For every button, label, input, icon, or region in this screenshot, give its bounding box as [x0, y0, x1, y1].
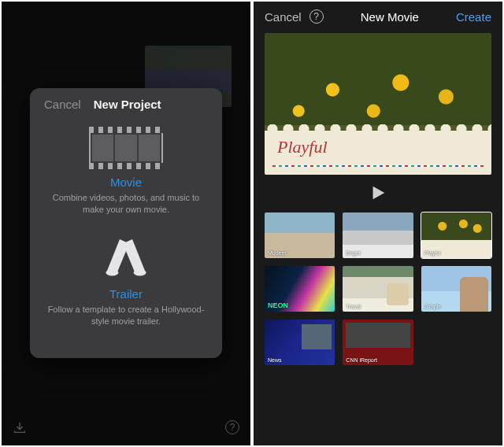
movie-option[interactable]: Movie Combine videos, photos, and music …	[44, 122, 208, 231]
theme-playful[interactable]: Playful	[421, 212, 491, 258]
movie-label: Movie	[44, 169, 208, 192]
theme-news[interactable]: News	[265, 320, 335, 365]
theme-caption: Modern	[268, 250, 287, 256]
theme-grid: ModernBrightPlayfulNEONTravelSimpleNewsC…	[254, 212, 502, 365]
modal-header: Cancel New Project	[44, 88, 208, 122]
cancel-button[interactable]: Cancel	[44, 98, 81, 111]
help-icon[interactable]: ?	[309, 9, 324, 24]
theme-travel[interactable]: Travel	[343, 266, 413, 312]
svg-marker-4	[373, 187, 385, 200]
theme-caption: Playful	[424, 250, 441, 256]
new-project-modal: Cancel New Project Movie Combine videos,…	[30, 88, 222, 358]
play-button[interactable]	[254, 184, 502, 201]
theme-caption: Travel	[346, 304, 361, 309]
trailer-option[interactable]: Trailer Follow a template to create a Ho…	[44, 231, 208, 342]
theme-caption: Bright	[346, 250, 360, 256]
preview-theme-name: Playful	[277, 137, 328, 157]
theme-caption: CNN iReport	[346, 357, 377, 363]
theme-caption: News	[268, 357, 282, 363]
cancel-button[interactable]: Cancel	[265, 10, 302, 24]
theme-cnn-ireport[interactable]: CNN iReport	[343, 320, 413, 365]
movie-desc: Combine videos, photos, and music to mak…	[44, 192, 208, 216]
filmstrip-icon	[89, 127, 163, 169]
new-movie-header: Cancel ? New Movie Create	[254, 2, 502, 31]
theme-caption: NEON	[268, 301, 288, 309]
svg-point-2	[106, 269, 118, 275]
preview-title-band: Playful	[265, 131, 491, 175]
theme-bright[interactable]: Bright	[343, 212, 413, 258]
trailer-desc: Follow a template to create a Hollywood-…	[44, 304, 208, 328]
theme-preview[interactable]: Playful	[265, 33, 491, 175]
download-icon[interactable]	[9, 417, 30, 438]
theme-modern[interactable]: Modern	[265, 212, 335, 258]
theme-caption: Simple	[424, 304, 441, 309]
theme-neon[interactable]: NEON	[265, 266, 335, 312]
right-screen: Cancel ? New Movie Create Playful Modern…	[252, 0, 504, 447]
spotlight-icon	[94, 235, 158, 281]
theme-simple[interactable]: Simple	[421, 266, 491, 312]
page-title: New Movie	[361, 10, 419, 24]
modal-title: New Project	[94, 98, 161, 111]
help-icon[interactable]: ?	[222, 417, 243, 438]
create-button[interactable]: Create	[456, 10, 491, 24]
left-screen: ●●●●● 10:43 AM ◧ ▸ ▮▮▮ Video Projects Th…	[0, 0, 252, 447]
svg-point-3	[134, 269, 146, 275]
trailer-label: Trailer	[44, 281, 208, 304]
svg-marker-1	[123, 239, 145, 274]
